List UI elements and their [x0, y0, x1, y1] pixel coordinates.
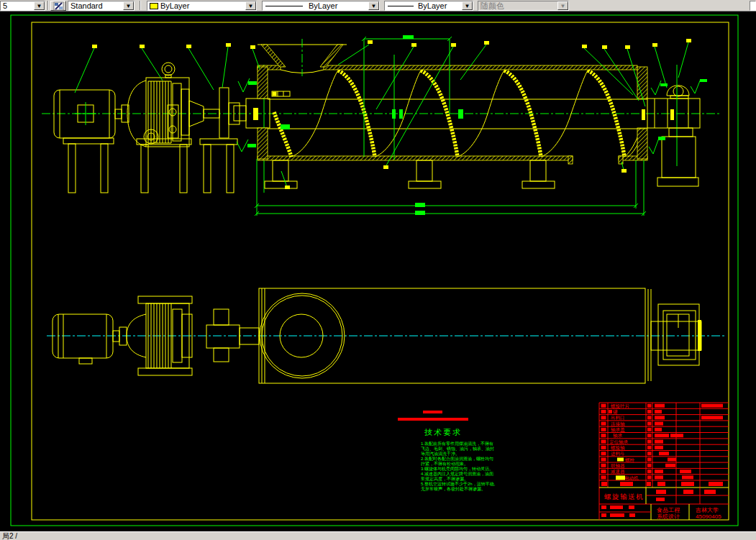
motor-plan-view [53, 314, 127, 364]
lineweight-combo-value: ByLayer [414, 1, 462, 10]
color-combo[interactable]: ByLayer ▼ [147, 1, 257, 11]
dept-line1: 食品工程 [656, 507, 680, 513]
drawing-title: 螺旋输送机 [604, 493, 644, 500]
tech-line: 飞边、毛刺、锈蚀、油污，轴承、油封 [421, 446, 494, 452]
make-layer-current-button[interactable] [50, 1, 66, 11]
bom-part: 出料口 [611, 415, 625, 421]
bom-part: 联轴器 [611, 463, 625, 469]
tech-line: 无异常噪声，各密封处不得渗漏。 [421, 486, 486, 492]
dept-line2: 系统设计 [657, 513, 680, 520]
lineweight-glyph-icon [388, 6, 414, 6]
tech-line: 4.减速器内注入规定牌号润滑油，油面 [421, 471, 493, 477]
bom-part: 螺旋轴 [611, 445, 625, 451]
right-end-bearing [642, 65, 700, 186]
tech-title: 技术要求 [424, 428, 462, 436]
linetype-combo[interactable]: ByLayer ▼ [262, 1, 380, 11]
feed-hopper [258, 39, 347, 76]
bom-part: 进料斗 [611, 451, 625, 457]
bom-part: 螺旋叶片 [611, 403, 630, 409]
plotstyle-combo[interactable]: 随颜色 ▼ [478, 1, 569, 11]
bom-part: 电动机 [624, 475, 639, 481]
layer-combo[interactable]: 5 ▼ [0, 1, 45, 11]
linetype-combo-value: ByLayer [303, 1, 368, 10]
tech-requirements: 技术要求 1.装配前所有零件用煤油清洗，不得有 飞边、毛刺、锈蚀、油污，轴承、油… [398, 411, 496, 492]
chevron-down-icon[interactable]: ▼ [123, 1, 134, 10]
tech-line: 3.螺旋体与机壳间隙均匀，转动灵活。 [421, 466, 493, 472]
chevron-down-icon[interactable]: ▼ [368, 1, 379, 10]
bom-part: 轴承 [613, 433, 623, 439]
text-style-value: Standard [68, 1, 123, 10]
layer-tool-icon [53, 1, 64, 11]
tech-line: 5.整机空运转试验不少于2h，运转平稳, [421, 481, 496, 487]
plan-view [47, 288, 727, 383]
school-line2: 45090405 [696, 513, 721, 520]
surface-finish-symbols [237, 78, 707, 154]
layer-combo-value: 5 [1, 1, 34, 10]
separator [140, 1, 141, 10]
coupling-hanger [189, 88, 240, 138]
color-combo-value: ByLayer [158, 1, 245, 10]
dimensions [255, 35, 646, 216]
tech-line: 1.装配前所有零件用煤油清洗，不得有 [421, 441, 493, 447]
bom-header-fills [601, 482, 723, 486]
reducer-side-view [127, 63, 189, 147]
lineweight-combo[interactable]: ByLayer ▼ [384, 1, 473, 11]
tech-line: 2.装配时各配合面涂润滑油，螺栓均匀 [421, 456, 493, 462]
trough [258, 65, 647, 164]
plotstyle-combo-value: 随颜色 [478, 1, 557, 10]
drawing-canvas[interactable]: .y{stroke:#ffff00;fill:none;stroke-width… [0, 12, 756, 531]
chevron-down-icon[interactable]: ▼ [462, 1, 473, 10]
tech-line: 拧紧，不得有松动现象。 [421, 461, 468, 467]
trough-supports [265, 160, 555, 188]
school-line1: 吉林大学 [696, 507, 719, 513]
status-bar: 局2 / [0, 531, 756, 540]
linetype-glyph-icon [265, 6, 303, 6]
tech-line: 至规定高度，不得渗漏。 [421, 476, 468, 482]
stands [63, 138, 237, 193]
clipped-combo [750, 1, 756, 11]
end-bearing-plan [651, 304, 701, 365]
text-style-combo[interactable]: Standard ▼ [68, 1, 135, 11]
title-block: 螺旋叶片 键 出料口 连接轴 轴承盖 轴承 定位轴承 螺旋轴 进料斗 螺栓 联轴… [599, 403, 729, 520]
chevron-down-icon: ▼ [557, 1, 568, 10]
bom-part: 连接轴 [611, 421, 625, 427]
bom-part: 键 [612, 409, 618, 415]
bom-part: 轴承盖 [611, 427, 625, 433]
color-swatch-icon [150, 3, 158, 9]
bom-part: 定位轴承 [609, 439, 629, 445]
bom-part: 减速器 [611, 469, 625, 475]
chevron-down-icon[interactable]: ▼ [245, 1, 256, 10]
tech-line: 等用汽油清洗干净。 [421, 451, 460, 457]
outer-frame [11, 15, 738, 526]
top-view [42, 35, 719, 216]
reducer-plan-view [127, 296, 192, 375]
toolbar: 5 ▼ Standard ▼ ByLayer ▼ ByLayer ▼ ByLay… [0, 0, 756, 12]
chevron-down-icon[interactable]: ▼ [34, 1, 45, 10]
status-text: 局2 / [2, 532, 17, 540]
separator [47, 1, 49, 10]
cad-drawing: .y{stroke:#ffff00;fill:none;stroke-width… [0, 12, 756, 531]
bom-part: 螺栓 [625, 457, 635, 463]
